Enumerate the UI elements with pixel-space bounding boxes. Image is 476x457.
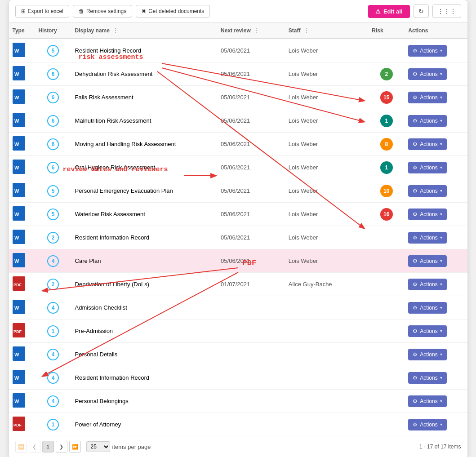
last-page-button[interactable]: ⏩ <box>69 441 81 453</box>
risk-badge: 10 <box>380 185 393 197</box>
items-per-page-select[interactable]: 25 50 100 <box>86 441 110 452</box>
cell-history: 5 <box>35 203 71 226</box>
actions-button[interactable]: ⚙Actions▾ <box>408 115 446 127</box>
col-name-sort-icon[interactable]: ⋮ <box>113 27 118 34</box>
history-badge[interactable]: 6 <box>47 138 59 150</box>
actions-button[interactable]: ⚙Actions▾ <box>408 162 446 173</box>
history-badge[interactable]: 5 <box>47 209 59 220</box>
history-badge[interactable]: 4 <box>47 255 59 267</box>
history-badge[interactable]: 5 <box>47 185 59 197</box>
svg-text:W: W <box>14 95 19 100</box>
cell-history: 4 <box>35 390 71 413</box>
cell-next-review: 05/06/2021 <box>217 249 285 273</box>
get-deleted-button[interactable]: ✖ Get deleted documents <box>136 5 210 18</box>
cell-history: 5 <box>35 179 71 203</box>
cell-actions: ⚙Actions▾ <box>405 273 467 296</box>
svg-text:PDF: PDF <box>13 283 22 287</box>
trash-icon: 🗑 <box>79 8 84 14</box>
cell-risk: 16 <box>368 203 405 226</box>
history-badge[interactable]: 4 <box>47 302 59 314</box>
pagination: ⏪ ❮ 1 ❯ ⏩ 25 50 100 items per page 1 - 1… <box>9 436 467 454</box>
first-page-button[interactable]: ⏪ <box>15 441 27 453</box>
cell-actions: ⚙Actions▾ <box>405 156 467 179</box>
history-badge[interactable]: 6 <box>47 68 59 80</box>
cell-next-review <box>217 366 285 390</box>
cell-history: 6 <box>35 109 71 133</box>
cell-display-name: Resident Information Record <box>71 366 218 390</box>
word-icon: W <box>13 89 25 104</box>
actions-button[interactable]: ⚙Actions▾ <box>408 138 446 150</box>
cell-type: PDF <box>9 413 35 436</box>
history-badge[interactable]: 1 <box>47 419 59 430</box>
col-staff-sort-icon[interactable]: ⋮ <box>304 27 309 34</box>
actions-button[interactable]: ⚙Actions▾ <box>408 419 446 430</box>
actions-button[interactable]: ⚙Actions▾ <box>408 232 446 244</box>
refresh-button[interactable]: ↻ <box>414 4 429 18</box>
actions-button[interactable]: ⚙Actions▾ <box>408 302 446 314</box>
cell-type: W <box>9 203 35 226</box>
col-header-history: History <box>35 23 71 39</box>
table-row: W4Care Plan05/06/2021Lois Weber⚙Actions▾ <box>9 249 467 273</box>
history-badge[interactable]: 6 <box>47 115 59 127</box>
cell-next-review: 05/06/2021 <box>217 133 285 156</box>
history-badge[interactable]: 6 <box>47 92 59 103</box>
actions-button[interactable]: ⚙Actions▾ <box>408 92 446 103</box>
cell-type: PDF <box>9 319 35 343</box>
actions-button[interactable]: ⚙Actions▾ <box>408 185 446 197</box>
actions-button[interactable]: ⚙Actions▾ <box>408 325 446 337</box>
actions-button[interactable]: ⚙Actions▾ <box>408 209 446 220</box>
history-badge[interactable]: 2 <box>47 232 59 244</box>
table-row: W6Moving and Handling Risk Assessment05/… <box>9 133 467 156</box>
actions-button[interactable]: ⚙Actions▾ <box>408 349 446 360</box>
svg-text:W: W <box>14 375 19 381</box>
actions-button[interactable]: ⚙Actions▾ <box>408 279 446 290</box>
cell-next-review: 05/06/2021 <box>217 62 285 86</box>
cell-type: W <box>9 179 35 203</box>
history-badge[interactable]: 4 <box>47 395 59 407</box>
cell-type: W <box>9 133 35 156</box>
risk-badge: 1 <box>380 161 393 174</box>
svg-text:PDF: PDF <box>13 423 22 427</box>
table-row: PDF1Pre-Admission⚙Actions▾ <box>9 319 467 343</box>
history-badge[interactable]: 4 <box>47 372 59 384</box>
cell-actions: ⚙Actions▾ <box>405 319 467 343</box>
history-badge[interactable]: 4 <box>47 349 59 360</box>
main-container: ⊞ Export to excel 🗑 Remove settings ✖ Ge… <box>9 0 467 457</box>
cell-display-name: Personal Emergency Evacuation Plan <box>71 179 218 203</box>
actions-button[interactable]: ⚙Actions▾ <box>408 372 446 384</box>
actions-button[interactable]: ⚙Actions▾ <box>408 45 446 57</box>
history-badge[interactable]: 2 <box>47 279 59 290</box>
cell-next-review: 05/06/2021 <box>217 226 285 249</box>
table-row: W5Personal Emergency Evacuation Plan05/0… <box>9 179 467 203</box>
edit-all-label: Edit all <box>383 8 403 15</box>
cell-type: W <box>9 62 35 86</box>
columns-button[interactable]: ⋮⋮⋮ <box>432 4 461 18</box>
actions-button[interactable]: ⚙Actions▾ <box>408 395 446 407</box>
history-badge[interactable]: 1 <box>47 325 59 337</box>
cell-next-review <box>217 319 285 343</box>
cell-staff: Lois Weber <box>285 203 368 226</box>
actions-button[interactable]: ⚙Actions▾ <box>408 255 446 267</box>
table-row: W6Oral Hygiene Risk Assessment05/06/2021… <box>9 156 467 179</box>
cell-history: 6 <box>35 86 71 109</box>
remove-settings-button[interactable]: 🗑 Remove settings <box>73 5 132 18</box>
cell-history: 4 <box>35 343 71 366</box>
page-1-button[interactable]: 1 <box>42 441 54 453</box>
export-excel-button[interactable]: ⊞ Export to excel <box>15 5 69 18</box>
next-page-button[interactable]: ❯ <box>56 441 67 453</box>
col-review-sort-icon[interactable]: ⋮ <box>254 27 259 34</box>
history-badge[interactable]: 6 <box>47 162 59 173</box>
svg-text:W: W <box>14 142 19 147</box>
edit-all-button[interactable]: ⚠ Edit all <box>368 5 410 18</box>
cell-next-review: 05/06/2021 <box>217 203 285 226</box>
actions-button[interactable]: ⚙Actions▾ <box>408 68 446 80</box>
cell-type: W <box>9 156 35 179</box>
cell-risk: 2 <box>368 62 405 86</box>
circle-x-icon: ✖ <box>142 8 146 14</box>
history-badge[interactable]: 5 <box>47 45 59 57</box>
table-row: W6Malnutrition Risk Assessment05/06/2021… <box>9 109 467 133</box>
table-body: W5Resident Hoisting Record05/06/2021Lois… <box>9 39 467 436</box>
prev-page-button[interactable]: ❮ <box>29 441 40 453</box>
cell-actions: ⚙Actions▾ <box>405 296 467 319</box>
table-header-row: Type History Display name ⋮ Next review … <box>9 23 467 39</box>
